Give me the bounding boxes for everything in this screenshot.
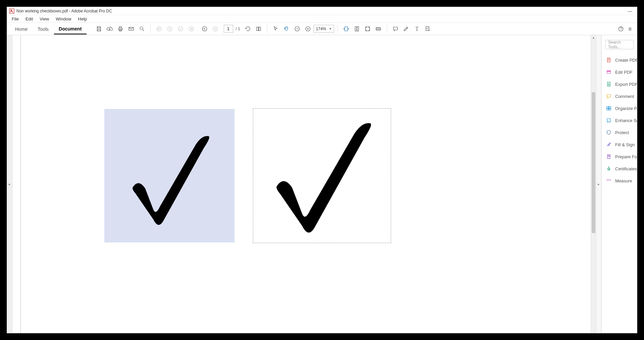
tools-panel-item[interactable]: Edit PDF	[602, 66, 637, 78]
tab-document[interactable]: Document	[54, 23, 86, 35]
tool-item-label: Fill & Sign	[615, 142, 635, 147]
zoom-value: 174%	[316, 26, 326, 31]
tools-panel-item[interactable]: Prepare For	[602, 151, 637, 163]
tool-item-icon	[606, 129, 612, 135]
tool-item-icon	[606, 166, 612, 172]
zoom-select[interactable]: 174% ▼	[314, 25, 334, 33]
svg-rect-13	[259, 27, 261, 31]
cloud-upload-icon[interactable]	[105, 24, 115, 34]
checkbox-outlined[interactable]	[253, 108, 391, 243]
highlight-icon[interactable]	[401, 24, 411, 34]
tool-item-icon	[606, 57, 612, 63]
tools-panel-item[interactable]: Fill & Sign	[602, 138, 637, 151]
checkmark-icon	[128, 130, 212, 228]
tool-item-label: Export PDF	[615, 82, 637, 87]
read-mode-icon[interactable]	[373, 24, 383, 34]
fullscreen-icon[interactable]	[363, 24, 373, 34]
titlebar: Non working checkboxes.pdf - Adobe Acrob…	[7, 7, 637, 15]
page-total-label: / 1	[236, 26, 240, 31]
first-page-icon[interactable]	[154, 24, 164, 34]
rotate-icon[interactable]	[243, 24, 253, 34]
checkbox-filled[interactable]	[104, 109, 234, 242]
tool-item-label: Comment	[615, 94, 634, 99]
right-nav-collapse[interactable]: ▸	[596, 35, 601, 333]
tools-panel-item[interactable]: Export PDF	[602, 78, 637, 90]
tool-item-icon	[606, 69, 612, 75]
page-up-icon[interactable]	[165, 24, 175, 34]
tool-item-icon	[606, 93, 612, 99]
svg-rect-29	[609, 109, 611, 110]
page-display-icon[interactable]	[254, 24, 264, 34]
tab-home[interactable]: Home	[10, 23, 32, 35]
svg-point-6	[157, 26, 161, 31]
document-viewport[interactable]	[12, 35, 591, 333]
svg-rect-16	[345, 27, 348, 31]
svg-rect-4	[129, 27, 133, 31]
svg-point-9	[189, 26, 194, 31]
tool-item-icon	[606, 105, 612, 111]
tab-tools[interactable]: Tools	[33, 23, 53, 35]
scrollbar-thumb[interactable]	[592, 92, 595, 233]
sign-icon[interactable]	[423, 24, 433, 34]
tools-panel-item[interactable]: Certificates	[602, 163, 637, 175]
search-tools-placeholder: Search Tools...	[608, 40, 631, 49]
share-button[interactable]: B	[627, 26, 634, 32]
zoom-in-icon[interactable]	[303, 24, 313, 34]
svg-point-11	[213, 26, 218, 31]
last-page-icon[interactable]	[186, 24, 196, 34]
separator	[150, 24, 151, 33]
tools-panel-item[interactable]: Comment	[602, 90, 637, 102]
tools-panel-item[interactable]: Protect	[602, 126, 637, 138]
minimize-button[interactable]: —	[628, 8, 632, 14]
tool-item-label: Certificates	[615, 166, 637, 171]
zoom-out-icon[interactable]	[292, 24, 302, 34]
menu-help[interactable]: Help	[75, 16, 91, 22]
fit-page-icon[interactable]	[352, 24, 362, 34]
page-number-input[interactable]	[224, 25, 233, 33]
comment-bubble-icon[interactable]	[390, 24, 400, 34]
toolbar: Home Tools Document / 1 174% ▼	[7, 22, 637, 35]
svg-point-10	[202, 26, 207, 31]
help-icon[interactable]	[616, 24, 626, 34]
selection-pointer-icon[interactable]	[271, 24, 281, 34]
svg-point-33	[608, 168, 610, 170]
hand-pan-icon[interactable]	[281, 24, 291, 34]
app-window: Non working checkboxes.pdf - Adobe Acrob…	[7, 7, 637, 333]
tool-item-icon	[606, 178, 612, 184]
save-icon[interactable]	[94, 24, 104, 34]
checkmark-icon	[270, 115, 375, 236]
svg-rect-32	[608, 156, 609, 156]
email-icon[interactable]	[126, 24, 136, 34]
svg-point-7	[167, 26, 172, 31]
menu-window[interactable]: Window	[52, 16, 74, 22]
tool-item-label: Organize Pa	[615, 106, 637, 111]
fit-width-icon[interactable]	[341, 24, 351, 34]
svg-rect-20	[426, 26, 429, 31]
svg-point-8	[178, 26, 183, 31]
content-area: ▸ ▴ ▸ Search Too	[7, 35, 637, 333]
tools-panel-item[interactable]: Measure	[602, 175, 637, 187]
separator	[387, 24, 387, 33]
vertical-scrollbar[interactable]: ▴	[591, 35, 596, 333]
tool-item-label: Edit PDF	[615, 70, 633, 75]
menu-view[interactable]: View	[36, 16, 52, 22]
scroll-up-icon[interactable]: ▴	[591, 36, 596, 39]
print-icon[interactable]	[115, 24, 125, 34]
menubar: File Edit View Window Help	[7, 15, 637, 22]
search-tools-input[interactable]: Search Tools...	[605, 40, 634, 49]
svg-rect-12	[257, 27, 258, 31]
next-view-icon[interactable]	[210, 24, 220, 34]
tools-panel-item[interactable]: Create PDF	[602, 54, 637, 66]
menu-edit[interactable]: Edit	[22, 16, 36, 22]
tools-panel-item[interactable]: Enhance Sc	[602, 114, 637, 126]
tool-item-label: Protect	[615, 130, 629, 135]
search-icon[interactable]	[137, 24, 147, 34]
tools-panel-item[interactable]: Organize Pa	[602, 102, 637, 114]
page-down-icon[interactable]	[175, 24, 185, 34]
svg-rect-28	[607, 109, 608, 110]
left-nav-collapse[interactable]: ▸	[7, 35, 12, 333]
menu-file[interactable]: File	[8, 16, 22, 22]
text-tool-icon[interactable]	[412, 24, 422, 34]
prev-view-icon[interactable]	[200, 24, 210, 34]
svg-rect-26	[607, 107, 608, 108]
